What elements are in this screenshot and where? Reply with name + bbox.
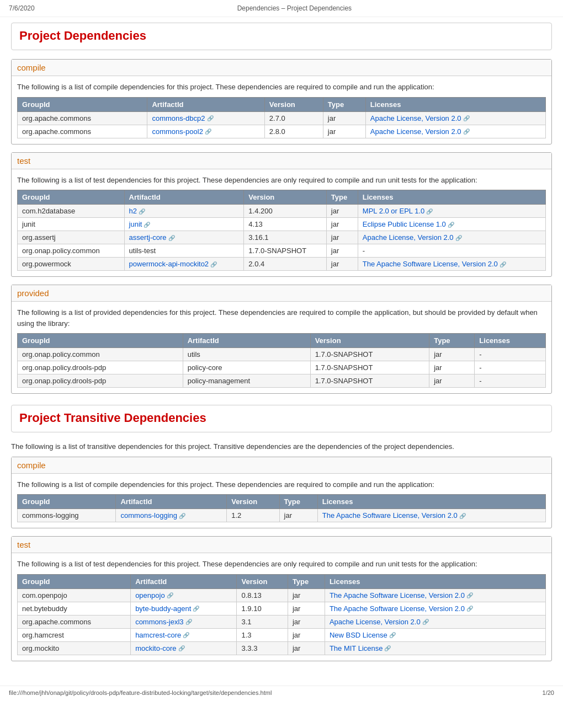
col-licenses: Licenses	[317, 495, 545, 509]
artifact-text: policy-management	[188, 377, 250, 385]
license-link[interactable]: Eclipse Public License 1.0	[363, 220, 446, 228]
cell-version: 1.7.0-SNAPSHOT	[310, 348, 429, 361]
cell-license: Apache License, Version 2.0🔗	[365, 125, 545, 138]
col-artifactid: ArtifactId	[124, 190, 244, 205]
license-link[interactable]: The MIT License	[330, 644, 383, 652]
license-text: -	[479, 363, 481, 372]
artifact-link[interactable]: commons-dbcp2	[152, 114, 205, 122]
artifact-link[interactable]: mockito-core	[135, 644, 176, 652]
external-link-icon: 🔗	[463, 115, 470, 122]
external-link-icon: 🔗	[167, 592, 173, 599]
external-link-icon: 🔗	[384, 645, 391, 652]
cell-license: -	[475, 361, 546, 374]
cell-artifactid: assertj-core🔗	[124, 231, 244, 244]
cell-version: 3.1	[237, 615, 288, 628]
artifact-link[interactable]: byte-buddy-agent	[135, 604, 191, 613]
cell-groupid: com.openpojo	[18, 588, 131, 602]
test-table: GroupId ArtifactId Version Type Licenses…	[17, 190, 546, 271]
license-text: -	[479, 377, 481, 385]
external-link-icon: 🔗	[210, 261, 217, 268]
external-link-icon: 🔗	[207, 115, 214, 122]
artifact-link[interactable]: powermock-api-mockito2	[129, 260, 209, 268]
external-link-icon: 🔗	[466, 592, 473, 599]
transitive-compile-header: compile	[12, 457, 551, 474]
footer-path: file:///home/jhh/onap/git/policy/drools-…	[9, 689, 272, 696]
col-artifactid: ArtifactId	[147, 97, 264, 111]
col-version: Version	[264, 97, 323, 111]
cell-artifactid: commons-pool2🔗	[147, 125, 264, 138]
cell-artifactid: byte-buddy-agent🔗	[131, 602, 237, 615]
table-row: org.powermock powermock-api-mockito2🔗 2.…	[18, 258, 546, 271]
provided-header: provided	[12, 285, 551, 302]
cell-version: 0.8.13	[237, 588, 288, 602]
artifact-text: policy-core	[188, 363, 222, 372]
table-row: com.openpojo openpojo🔗 0.8.13 jar The Ap…	[18, 588, 546, 602]
cell-type: jar	[326, 205, 358, 218]
cell-version: 1.3	[237, 628, 288, 641]
compile-header: compile	[12, 60, 551, 76]
cell-version: 3.3.3	[237, 641, 288, 655]
table-row: org.onap.policy.drools-pdp policy-core 1…	[18, 361, 546, 374]
main-content: Project Dependencies compile The followi…	[0, 17, 563, 680]
cell-groupid: org.mockito	[18, 641, 131, 655]
license-link[interactable]: The Apache Software License, Version 2.0	[330, 604, 465, 613]
external-link-icon: 🔗	[168, 235, 175, 242]
cell-license: The MIT License🔗	[325, 641, 545, 655]
artifact-text: utils-test	[129, 247, 156, 255]
artifact-link[interactable]: commons-pool2	[152, 127, 203, 136]
artifact-link[interactable]: hamcrest-core	[135, 631, 181, 639]
license-link[interactable]: The Apache Software License, Version 2.0	[322, 511, 458, 520]
license-link[interactable]: Apache License, Version 2.0	[370, 114, 461, 122]
col-licenses: Licenses	[325, 574, 545, 588]
transitive-test-subsection: test The following is a list of test dep…	[11, 536, 552, 661]
external-link-icon: 🔗	[459, 513, 466, 520]
cell-version: 1.2	[227, 509, 279, 522]
artifact-link[interactable]: h2	[129, 207, 137, 215]
cell-type: jar	[288, 628, 325, 641]
license-link[interactable]: The Apache Software License, Version 2.0	[363, 260, 498, 268]
transitive-test-header: test	[12, 537, 551, 553]
cell-version: 1.4.200	[244, 205, 327, 218]
artifact-link[interactable]: commons-logging	[120, 511, 177, 520]
table-row: com.h2database h2🔗 1.4.200 jar MPL 2.0 o…	[18, 205, 546, 218]
license-link[interactable]: New BSD License	[330, 631, 387, 639]
project-dependencies-heading: Project Dependencies	[19, 29, 544, 43]
top-bar-title: Dependencies – Project Dependencies	[35, 4, 554, 12]
external-link-icon: 🔗	[455, 235, 462, 242]
col-type: Type	[323, 97, 365, 111]
transitive-compile-table: GroupId ArtifactId Version Type Licenses…	[17, 494, 546, 522]
license-link[interactable]: MPL 2.0 or EPL 1.0	[363, 207, 425, 215]
external-link-icon: 🔗	[426, 208, 433, 215]
artifact-link[interactable]: commons-jexl3	[135, 618, 183, 626]
cell-groupid: com.h2database	[18, 205, 125, 218]
cell-artifactid: utils	[183, 348, 310, 361]
col-version: Version	[310, 334, 429, 348]
provided-desc: The following is a list of provided depe…	[17, 307, 546, 329]
license-link[interactable]: The Apache Software License, Version 2.0	[330, 591, 465, 599]
cell-groupid: org.assertj	[18, 231, 125, 244]
col-groupid: GroupId	[18, 334, 183, 348]
license-link[interactable]: Apache License, Version 2.0	[370, 127, 461, 136]
col-licenses: Licenses	[365, 97, 545, 111]
cell-version: 2.8.0	[264, 125, 323, 138]
cell-artifactid: commons-logging🔗	[116, 509, 227, 522]
cell-type: jar	[429, 374, 475, 388]
project-dependencies-section: Project Dependencies	[11, 23, 552, 50]
cell-groupid: org.powermock	[18, 258, 125, 271]
external-link-icon: 🔗	[183, 632, 189, 639]
external-link-icon: 🔗	[179, 513, 185, 520]
table-row: org.apache.commons commons-dbcp2🔗 2.7.0 …	[18, 111, 546, 125]
col-version: Version	[244, 190, 327, 205]
license-link[interactable]: Apache License, Version 2.0	[363, 233, 454, 242]
cell-type: jar	[288, 602, 325, 615]
cell-type: jar	[429, 348, 475, 361]
cell-groupid: org.onap.policy.drools-pdp	[18, 361, 183, 374]
artifact-link[interactable]: assertj-core	[129, 233, 167, 242]
license-link[interactable]: Apache License, Version 2.0	[330, 618, 421, 626]
table-row: net.bytebuddy byte-buddy-agent🔗 1.9.10 j…	[18, 602, 546, 615]
cell-groupid: org.apache.commons	[18, 111, 147, 125]
artifact-link[interactable]: openpojo	[135, 591, 165, 599]
external-link-icon: 🔗	[500, 261, 506, 268]
table-row: org.apache.commons commons-pool2🔗 2.8.0 …	[18, 125, 546, 138]
artifact-link[interactable]: junit	[129, 220, 142, 228]
